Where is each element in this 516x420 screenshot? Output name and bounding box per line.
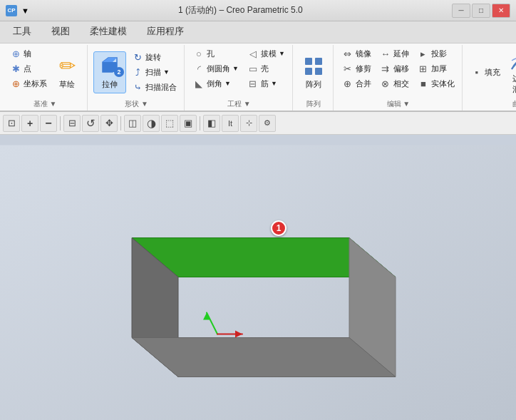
viewport[interactable]: 1 (0, 135, 516, 420)
merge-button[interactable]: ⊕ 合并 (339, 76, 374, 91)
window-title: 1 (活动的) – Creo Parametric 5.0 (33, 4, 448, 16)
wireframe-button[interactable]: ⬚ (161, 115, 178, 132)
project-icon: ▸ (418, 48, 429, 59)
helical-icon: ⤷ (132, 81, 143, 93)
shape-group-label: 形状 ▼ (93, 98, 180, 111)
svg-rect-4 (315, 58, 322, 65)
thicken-button[interactable]: ⊞ 加厚 (415, 61, 458, 76)
surface-items: ▪ 填充 边界混合 ◉ (468, 46, 516, 98)
ribbon-group-shape: 拉伸 2 ↻ 旋转 ⤴ 扫描 ▼ ⤷ 扫描混合 (89, 45, 185, 111)
maximize-button[interactable]: □ (472, 4, 490, 18)
ribbon-content: ⊕ 轴 ✱ 点 ⊕ 坐标系 ✏ 草绘 (0, 43, 516, 111)
toolbar-sep2 (120, 116, 121, 130)
draft-button[interactable]: ◁ 拔模 ▼ (244, 46, 288, 61)
axis-icon: ⊕ (10, 48, 21, 59)
minimize-button[interactable]: ─ (452, 4, 470, 18)
axis-button[interactable]: ⊕ 轴 (7, 46, 50, 61)
svg-rect-5 (305, 68, 312, 75)
badge-1: 1 (271, 220, 287, 236)
refit-button[interactable]: ⊟ (63, 115, 81, 132)
boundary-blend-icon (509, 49, 516, 72)
extend-icon: ↔ (380, 48, 391, 59)
tab-view[interactable]: 视图 (41, 21, 80, 43)
sweep-button[interactable]: ⤴ 扫描 ▼ (129, 65, 180, 79)
title-bar: CP ▼ 1 (活动的) – Creo Parametric 5.0 ─ □ ✕ (0, 0, 516, 21)
extend-button[interactable]: ↔ 延伸 (377, 46, 412, 61)
tab-apps[interactable]: 应用程序 (137, 21, 194, 43)
eng-col1: ○ 孔 ◜ 倒圆角 ▼ ◣ 倒角 ▼ (190, 46, 242, 98)
extrude-badge: 2 (114, 67, 124, 77)
mirror-button[interactable]: ⇔ 镜像 (339, 46, 374, 61)
zoom-out-button[interactable]: − (40, 115, 57, 132)
svg-rect-3 (305, 58, 312, 65)
toolbar2: ⊡ + − ⊟ ↺ ✥ ◫ ◑ ⬚ ▣ ◧ It ⊹ ⚙ (0, 112, 516, 135)
intersect-button[interactable]: ⊗ 相交 (377, 76, 412, 91)
edit-col1: ⇔ 镜像 ✂ 修剪 ⊕ 合并 (339, 46, 374, 98)
edit-col3: ▸ 投影 ⊞ 加厚 ■ 实体化 (415, 46, 458, 98)
boundary-blend-button[interactable]: 边界混合 (505, 46, 516, 98)
engineering-items: ○ 孔 ◜ 倒圆角 ▼ ◣ 倒角 ▼ ◁ (190, 46, 288, 98)
eng-col2: ◁ 拔模 ▼ ▭ 壳 ⊟ 筋 ▼ (244, 46, 288, 98)
display-button[interactable]: ◧ (203, 115, 220, 132)
fillet-icon: ◜ (193, 63, 205, 74)
move-button[interactable]: ⇉ 偏移 (377, 61, 412, 76)
ribbon-group-array: 阵列 阵列 (294, 45, 334, 111)
svg-marker-11 (132, 338, 396, 377)
rotate-button[interactable]: ↻ 旋转 (129, 50, 180, 64)
project-button[interactable]: ▸ 投影 (415, 46, 458, 61)
merge-icon: ⊕ (342, 78, 354, 89)
extrude-button[interactable]: 拉伸 2 (93, 51, 126, 93)
shell-button[interactable]: ▭ 壳 (244, 61, 288, 76)
edit-col2: ↔ 延伸 ⇉ 偏移 ⊗ 相交 (377, 46, 412, 98)
quick-access[interactable]: ▼ (21, 6, 29, 15)
tab-tools[interactable]: 工具 (3, 21, 41, 43)
fillet-button[interactable]: ◜ 倒圆角 ▼ (190, 61, 242, 76)
shading-button[interactable]: ◑ (143, 115, 160, 132)
edit-items: ⇔ 镜像 ✂ 修剪 ⊕ 合并 ↔ 延伸 (339, 46, 458, 98)
hole-button[interactable]: ○ 孔 (190, 46, 242, 61)
surface-group-label: 曲面 ▼ (468, 98, 516, 111)
ribbon-group-edit: ⇔ 镜像 ✂ 修剪 ⊕ 合并 ↔ 延伸 (335, 45, 463, 111)
hidden-button[interactable]: ▣ (180, 115, 197, 132)
toolbar-sep3 (200, 116, 200, 130)
ribbon-group-engineering: ○ 孔 ◜ 倒圆角 ▼ ◣ 倒角 ▼ ◁ (186, 45, 293, 111)
spin-button[interactable]: ↺ (82, 115, 99, 132)
helical-button[interactable]: ⤷ 扫描混合 (129, 80, 180, 94)
extra-button1[interactable]: ⊹ (240, 115, 257, 132)
shell-icon: ▭ (247, 63, 259, 74)
window-controls: ─ □ ✕ (452, 4, 510, 18)
coords-icon: ⊕ (10, 78, 21, 89)
orient-button[interactable]: ◫ (124, 115, 141, 132)
chamfer-button[interactable]: ◣ 倒角 ▼ (190, 76, 242, 91)
edit-group-label: 编辑 ▼ (339, 98, 458, 111)
shape-col: ↻ 旋转 ⤴ 扫描 ▼ ⤷ 扫描混合 (129, 50, 180, 94)
hole-icon: ○ (193, 48, 205, 59)
sketch-button[interactable]: ✏ 草绘 (51, 52, 83, 93)
close-button[interactable]: ✕ (492, 4, 510, 18)
solidify-button[interactable]: ■ 实体化 (415, 76, 458, 91)
pan-button[interactable]: ✥ (100, 115, 118, 132)
zoom-fit-button[interactable]: ⊡ (3, 115, 20, 132)
ribbon-tab-bar: 工具 视图 柔性建模 应用程序 (0, 21, 516, 43)
fill-button[interactable]: ▪ 填充 (468, 65, 503, 79)
extra-button2[interactable]: ⚙ (259, 115, 276, 132)
shape-group-items: 拉伸 2 ↻ 旋转 ⤴ 扫描 ▼ ⤷ 扫描混合 (93, 46, 180, 98)
surface-col1: ▪ 填充 (468, 65, 503, 79)
sketch-icon: ✏ (56, 55, 78, 78)
rib-button[interactable]: ⊟ 筋 ▼ (244, 76, 288, 91)
point-button[interactable]: ✱ 点 (7, 61, 50, 76)
trim-icon: ✂ (342, 63, 354, 74)
array-group-label: 阵列 (299, 98, 329, 111)
draft-icon: ◁ (247, 48, 259, 59)
base-group-label: 基准 ▼ (7, 98, 83, 111)
array-items: 阵列 (299, 46, 329, 98)
ribbon-group-surface: ▪ 填充 边界混合 ◉ (464, 45, 516, 111)
tab-flexible[interactable]: 柔性建模 (80, 21, 137, 43)
perspective-button[interactable]: It (222, 115, 239, 132)
coords-button[interactable]: ⊕ 坐标系 (7, 76, 50, 91)
array-button[interactable]: 阵列 (299, 52, 329, 93)
zoom-in-button[interactable]: + (21, 115, 38, 132)
solidify-icon: ■ (418, 78, 429, 89)
array-icon (302, 55, 325, 78)
trim-button[interactable]: ✂ 修剪 (339, 61, 374, 76)
